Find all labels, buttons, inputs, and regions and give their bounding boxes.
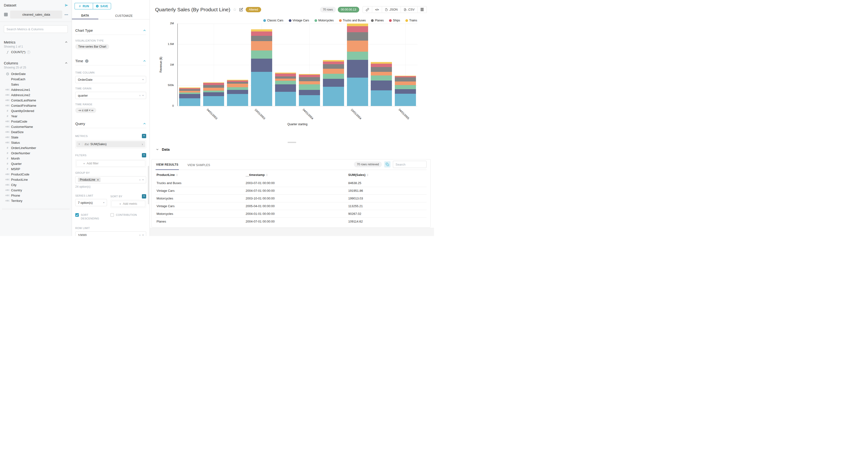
column-list-item[interactable]: ABCPhone: [0, 193, 72, 198]
bar-segment-classic-cars[interactable]: [251, 72, 272, 106]
bar-segment-ships[interactable]: [371, 64, 392, 67]
bar-segment-vintage-cars[interactable]: [323, 79, 344, 87]
column-list-item[interactable]: ABCProductLine: [0, 177, 72, 182]
column-list-item[interactable]: ABCContactFirstName: [0, 103, 72, 108]
bar-segment-motorcycles[interactable]: [251, 51, 272, 59]
bar-segment-trains[interactable]: [395, 76, 416, 76]
bar-segment-trucks-and-buses[interactable]: [179, 91, 200, 93]
bar-segment-ships[interactable]: [347, 26, 368, 32]
stacked-bar[interactable]: [371, 62, 392, 106]
column-list-item[interactable]: ABCPostalCode: [0, 119, 72, 124]
column-list-item[interactable]: ABCAddressLine2: [0, 92, 72, 98]
contribution-checkbox[interactable]: [111, 213, 114, 217]
column-list-item[interactable]: #OrderLineNumber: [0, 145, 72, 151]
bar-segment-vintage-cars[interactable]: [227, 90, 248, 94]
time-grain-select[interactable]: quarter × ▾: [75, 92, 146, 99]
column-list-item[interactable]: ABCAddressLine1: [0, 87, 72, 92]
legend-item-motorcycles[interactable]: Motorcycles: [314, 19, 334, 22]
table-row[interactable]: Vintage Cars2004-07-01 00:00:00191951.86: [156, 187, 427, 194]
bar-segment-planes[interactable]: [227, 82, 248, 84]
stacked-bar[interactable]: [179, 88, 200, 106]
bar-segment-ships[interactable]: [395, 76, 416, 77]
sort-descending-checkbox[interactable]: [75, 213, 79, 217]
bar-segment-vintage-cars[interactable]: [395, 89, 416, 94]
row-limit-select[interactable]: 10000 × ▾: [75, 231, 146, 236]
clear-icon[interactable]: ×: [139, 178, 141, 182]
time-range-value[interactable]: -∞ ≤ col < ∞: [75, 108, 96, 113]
export-json-button[interactable]: .JSON: [382, 6, 401, 13]
column-list-item[interactable]: ABCState: [0, 134, 72, 140]
metrics-collapse-chevron-icon[interactable]: [65, 41, 68, 44]
bar-segment-planes[interactable]: [347, 32, 368, 41]
bar-segment-trucks-and-buses[interactable]: [227, 84, 248, 87]
metric-list-item[interactable]: ƒCOUNT(*)?: [0, 49, 72, 55]
column-list-item[interactable]: #MSRP: [0, 166, 72, 171]
stacked-bar[interactable]: [203, 83, 224, 106]
column-list-item[interactable]: OrderDate: [0, 71, 72, 76]
altered-badge[interactable]: Altered: [246, 7, 261, 12]
query-collapse-chevron-icon[interactable]: [143, 122, 146, 125]
column-list-item[interactable]: ABCProductCode: [0, 171, 72, 177]
bar-segment-motorcycles[interactable]: [299, 84, 320, 90]
stacked-bar[interactable]: [347, 24, 368, 106]
legend-item-trucks-and-buses[interactable]: Trucks and Buses: [339, 19, 366, 22]
bar-segment-planes[interactable]: [179, 89, 200, 91]
bar-segment-vintage-cars[interactable]: [275, 84, 296, 92]
bar-segment-trucks-and-buses[interactable]: [395, 82, 416, 85]
column-list-item[interactable]: #QuantityOrdered: [0, 108, 72, 114]
bar-segment-motorcycles[interactable]: [203, 91, 224, 92]
bar-segment-planes[interactable]: [251, 36, 272, 41]
bar-segment-ships[interactable]: [299, 75, 320, 77]
bar-segment-classic-cars[interactable]: [203, 96, 224, 106]
table-row[interactable]: Planes2004-07-01 00:00:00109114.62: [156, 218, 427, 225]
time-column-select[interactable]: OrderDate ▾: [75, 76, 146, 83]
bar-segment-trains[interactable]: [323, 60, 344, 62]
bar-segment-classic-cars[interactable]: [299, 95, 320, 106]
column-list-item[interactable]: PriceEach: [0, 76, 72, 82]
results-search-input[interactable]: [393, 161, 427, 168]
collapse-sidebar-icon[interactable]: [64, 3, 68, 7]
column-list-item[interactable]: #Quarter: [0, 161, 72, 166]
bar-segment-classic-cars[interactable]: [371, 90, 392, 106]
run-button[interactable]: RUN: [74, 3, 93, 9]
table-row[interactable]: Vintage Cars2005-04-01 00:00:00113255.21: [156, 202, 427, 210]
bar-segment-ships[interactable]: [323, 62, 344, 64]
sidebar-search-input[interactable]: [4, 25, 68, 33]
table-row[interactable]: Trucks and Buses2003-07-01 00:00:0084638…: [156, 179, 427, 187]
bar-segment-planes[interactable]: [395, 77, 416, 82]
series-limit-select[interactable]: 7 option(s) ▾: [75, 199, 107, 206]
favorite-star-icon[interactable]: ☆: [233, 7, 237, 12]
stacked-bar[interactable]: [395, 76, 416, 106]
bar-segment-motorcycles[interactable]: [395, 85, 416, 89]
bar-segment-trucks-and-buses[interactable]: [347, 41, 368, 52]
bar-segment-trains[interactable]: [347, 24, 368, 26]
column-list-item[interactable]: #Year: [0, 114, 72, 119]
column-header--timestamp[interactable]: __timestamp: [246, 173, 348, 177]
stacked-bar[interactable]: [251, 29, 272, 106]
embed-code-button[interactable]: </>: [372, 6, 382, 13]
bar-segment-classic-cars[interactable]: [323, 87, 344, 106]
panel-scrollbar[interactable]: [148, 166, 149, 204]
bar-segment-trains[interactable]: [227, 80, 248, 81]
bar-segment-ships[interactable]: [251, 31, 272, 36]
bar-segment-ships[interactable]: [179, 88, 200, 89]
clear-icon[interactable]: ×: [139, 94, 141, 97]
tab-view-samples[interactable]: VIEW SAMPLES: [187, 163, 211, 170]
bar-segment-planes[interactable]: [371, 67, 392, 72]
bar-segment-planes[interactable]: [203, 85, 224, 88]
bar-segment-motorcycles[interactable]: [227, 87, 248, 90]
export-csv-button[interactable]: .CSV: [401, 6, 417, 13]
chart-type-collapse-chevron-icon[interactable]: [143, 29, 146, 32]
bar-segment-vintage-cars[interactable]: [203, 92, 224, 96]
stacked-bar[interactable]: [227, 80, 248, 106]
bar-segment-vintage-cars[interactable]: [251, 59, 272, 72]
save-button[interactable]: SAVE: [93, 3, 111, 9]
bar-segment-trains[interactable]: [179, 88, 200, 88]
bar-segment-vintage-cars[interactable]: [371, 81, 392, 90]
clear-icon[interactable]: ×: [139, 233, 141, 236]
bar-segment-classic-cars[interactable]: [179, 98, 200, 106]
bar-segment-trucks-and-buses[interactable]: [275, 78, 296, 81]
visualization-type-value[interactable]: Time-series Bar Chart: [75, 44, 109, 49]
copy-data-button[interactable]: [384, 161, 391, 167]
bar-segment-trains[interactable]: [299, 74, 320, 75]
